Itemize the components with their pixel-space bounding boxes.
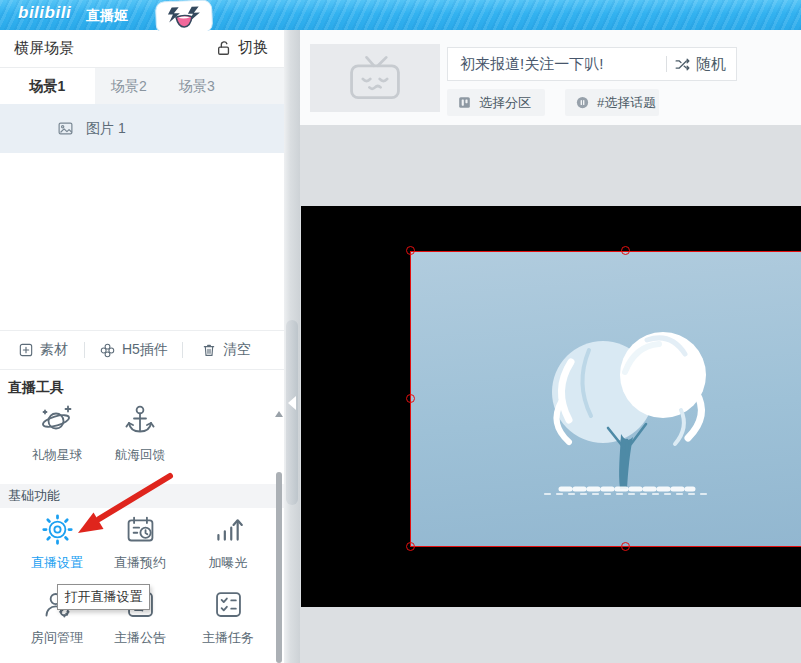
planet-icon — [39, 402, 75, 438]
random-label: 随机 — [696, 55, 726, 74]
layer-label: 图片 1 — [86, 120, 126, 138]
tab-scene-2[interactable]: 场景2 — [95, 68, 163, 104]
tool-voyage-reward[interactable]: 航海回馈 — [98, 402, 182, 464]
room-header-panel: 初来报道!关注一下叭! 随机 选择分区 — [300, 30, 801, 125]
gear-icon — [41, 513, 74, 546]
image-icon — [57, 120, 74, 137]
clear-label: 清空 — [223, 341, 251, 359]
resize-handle-bottom-left[interactable] — [406, 542, 415, 551]
add-material-icon — [18, 342, 34, 358]
scene-tabs: 场景1 场景2 场景3 — [0, 68, 284, 104]
tool-gift-planet[interactable]: 礼物星球 — [15, 402, 99, 464]
room-title-input[interactable]: 初来报道!关注一下叭! 随机 — [447, 47, 737, 81]
basic-item-label: 直播预约 — [98, 554, 182, 572]
toolbar-divider — [84, 342, 85, 358]
input-divider — [666, 56, 667, 72]
topic-label: #选择话题 — [597, 94, 656, 112]
tooltip-open-live-settings: 打开直播设置 — [57, 584, 150, 610]
bilibili-logo: bilibili — [18, 3, 71, 23]
tree-artwork — [411, 252, 801, 548]
select-partition-button[interactable]: 选择分区 — [447, 89, 545, 116]
basic-functions-header: 基础功能 — [0, 484, 284, 508]
resize-handle-top-left[interactable] — [406, 246, 415, 255]
stage-canvas[interactable] — [301, 206, 801, 607]
resize-handle-left-mid[interactable] — [406, 394, 415, 403]
top-bar: bilibili 直播姬 — [0, 0, 801, 30]
main-area: 初来报道!关注一下叭! 随机 选择分区 — [300, 30, 801, 663]
selected-image-layer[interactable] — [410, 251, 801, 547]
toolbar-divider — [182, 342, 183, 358]
live-tools-title: 直播工具 — [8, 379, 64, 397]
topic-circle-icon — [575, 95, 590, 110]
trash-icon — [201, 342, 217, 358]
checklist-icon — [212, 588, 245, 621]
tab-scene-1[interactable]: 场景1 — [0, 68, 95, 104]
material-label: 素材 — [40, 341, 68, 359]
mascot-tv-face-icon — [152, 0, 216, 31]
layer-item-image[interactable]: 图片 1 — [0, 104, 284, 153]
basic-item-label: 主播公告 — [98, 629, 182, 647]
scrollbar-up-arrow[interactable] — [275, 411, 283, 417]
basic-item-label: 房间管理 — [15, 629, 99, 647]
scene-sidebar: 横屏场景 切换 场景1 场景2 场景3 图片 1 素材 — [0, 30, 284, 663]
scene-title: 横屏场景 — [14, 39, 74, 58]
bar-chart-up-icon — [212, 513, 245, 546]
material-toolbar: 素材 H5插件 清空 — [0, 330, 284, 370]
tool-label: 航海回馈 — [98, 447, 182, 464]
basic-item-label: 加曝光 — [186, 554, 270, 572]
room-title-value: 初来报道!关注一下叭! — [460, 55, 666, 74]
basic-item-label: 直播设置 — [15, 554, 99, 572]
scene-header: 横屏场景 切换 — [0, 30, 284, 68]
tv-icon — [345, 52, 405, 104]
resize-handle-top-mid[interactable] — [621, 246, 630, 255]
basic-item-live-schedule[interactable]: 直播预约 — [98, 513, 182, 572]
product-name: 直播姬 — [86, 7, 128, 25]
calendar-clock-icon — [124, 513, 157, 546]
basic-functions-title: 基础功能 — [8, 487, 60, 505]
collapse-sidebar-arrow-icon[interactable] — [288, 396, 296, 410]
switch-label: 切换 — [238, 38, 268, 57]
h5-plugin-label: H5插件 — [122, 341, 168, 359]
select-topic-button[interactable]: #选择话题 — [565, 89, 659, 116]
partition-label: 选择分区 — [479, 94, 531, 112]
divider-grip — [286, 320, 298, 505]
shuffle-icon — [674, 56, 691, 73]
basic-item-exposure[interactable]: 加曝光 — [186, 513, 270, 572]
resize-handle-bottom-mid[interactable] — [621, 542, 630, 551]
basic-item-tasks[interactable]: 主播任务 — [186, 588, 270, 647]
basic-item-live-settings[interactable]: 直播设置 — [15, 513, 99, 572]
basic-item-label: 主播任务 — [186, 629, 270, 647]
anchor-icon — [122, 402, 158, 438]
add-material-button[interactable]: 素材 — [18, 341, 68, 359]
random-title-button[interactable]: 随机 — [674, 55, 726, 74]
clear-button[interactable]: 清空 — [201, 341, 251, 359]
cover-placeholder[interactable] — [310, 44, 440, 112]
unlock-icon — [216, 40, 232, 56]
h5-plugin-icon — [99, 342, 116, 359]
tool-label: 礼物星球 — [15, 447, 99, 464]
h5-plugin-button[interactable]: H5插件 — [99, 341, 168, 359]
panel-divider — [284, 30, 300, 663]
scrollbar-thumb[interactable] — [276, 472, 282, 663]
preview-area — [300, 125, 801, 663]
partition-board-icon — [457, 95, 472, 110]
switch-orientation-button[interactable]: 切换 — [216, 38, 268, 57]
tab-scene-3[interactable]: 场景3 — [163, 68, 231, 104]
